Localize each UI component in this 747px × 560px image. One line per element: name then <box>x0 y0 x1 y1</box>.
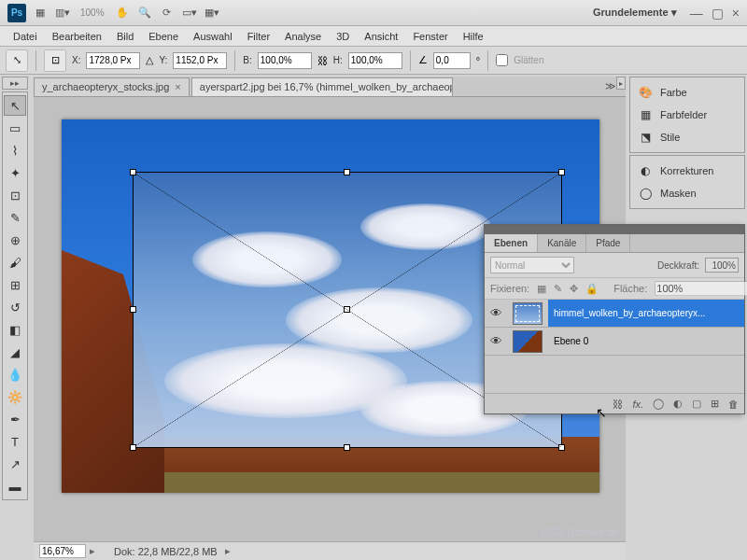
crop-tool[interactable]: ⊡ <box>4 185 26 205</box>
reference-point-icon[interactable]: ⊡ <box>44 49 66 72</box>
farbfelder-panel-button[interactable]: ▦Farbfelder <box>630 104 744 126</box>
transform-handle-sw[interactable] <box>130 444 136 451</box>
workspace-switcher[interactable]: Grundelemente ▾ <box>593 7 677 19</box>
farbe-panel-button[interactable]: 🎨Farbe <box>630 81 744 104</box>
transform-handle-s[interactable] <box>344 444 350 451</box>
transform-handle-ne[interactable] <box>558 169 565 175</box>
hand-icon[interactable]: ✋ <box>114 5 131 21</box>
menu-filter[interactable]: Filter <box>240 31 277 42</box>
group-icon[interactable]: ▢ <box>692 398 701 410</box>
korrekturen-panel-button[interactable]: ◐Korrekturen <box>630 160 744 182</box>
rotate-icon[interactable]: ⟳ <box>159 5 176 21</box>
shape-tool[interactable]: ▬ <box>4 476 26 497</box>
close-button[interactable]: × <box>732 6 740 21</box>
layer-row[interactable]: 👁 himmel_wolken_by_archaeopteryx... <box>485 300 744 328</box>
menu-bearbeiten[interactable]: Bearbeiten <box>45 31 109 42</box>
eraser-tool[interactable]: ◧ <box>4 319 26 340</box>
lock-pixels-icon[interactable]: ▦ <box>537 283 546 295</box>
toolbar-collapse[interactable]: ▸▸ <box>2 77 28 90</box>
transform-center[interactable] <box>344 306 350 313</box>
kanale-tab[interactable]: Kanäle <box>538 234 586 252</box>
bridge-icon[interactable]: ▦ <box>32 5 49 21</box>
eyedropper-tool[interactable]: ✎ <box>4 207 26 228</box>
layer-thumbnail[interactable] <box>513 330 543 353</box>
menu-ansicht[interactable]: Ansicht <box>357 31 405 42</box>
menu-ebene[interactable]: Ebene <box>141 31 186 42</box>
layer-name[interactable]: himmel_wolken_by_archaeopteryx... <box>548 300 744 327</box>
ebenen-tab[interactable]: Ebenen <box>485 234 538 252</box>
fill-input[interactable] <box>655 281 747 296</box>
wand-tool[interactable]: ✦ <box>4 162 26 183</box>
new-layer-icon[interactable]: ⊞ <box>711 398 719 410</box>
grid-icon[interactable]: ▦▾ <box>204 5 220 21</box>
close-icon[interactable]: × <box>175 81 180 92</box>
lock-position-icon[interactable]: ✥ <box>570 283 578 295</box>
document-tab-2[interactable]: ayerspart2.jpg bei 16,7% (himmel_wolken_… <box>191 77 453 96</box>
blur-tool[interactable]: 💧 <box>4 364 26 385</box>
opacity-input[interactable] <box>705 258 739 273</box>
dodge-tool[interactable]: 🔆 <box>4 386 26 407</box>
layer-thumbnail[interactable] <box>513 302 543 325</box>
width-input[interactable] <box>258 52 312 69</box>
type-tool[interactable]: T <box>4 431 26 452</box>
maximize-button[interactable]: ▢ <box>712 6 724 21</box>
glatten-checkbox[interactable] <box>496 54 508 66</box>
blend-mode-select[interactable]: Normal <box>490 257 574 273</box>
zoom-input[interactable] <box>39 544 86 558</box>
lock-all-icon[interactable]: 🔒 <box>585 283 599 295</box>
path-tool[interactable]: ↗ <box>4 454 26 474</box>
height-input[interactable] <box>348 52 402 69</box>
mask-icon[interactable]: ◯ <box>653 398 664 410</box>
pen-tool[interactable]: ✒ <box>4 409 26 429</box>
zoom-dropdown[interactable]: 100% <box>77 5 108 21</box>
y-input[interactable] <box>173 52 227 69</box>
menu-3d[interactable]: 3D <box>329 31 357 42</box>
marquee-tool[interactable]: ▭ <box>4 118 26 138</box>
healing-tool[interactable]: ⊕ <box>4 230 26 250</box>
transform-handle-n[interactable] <box>344 169 350 175</box>
app-logo: Ps <box>7 4 26 22</box>
lock-brush-icon[interactable]: ✎ <box>554 283 562 295</box>
menu-hilfe[interactable]: Hilfe <box>456 31 491 42</box>
menu-fenster[interactable]: Fenster <box>405 31 455 42</box>
angle-input[interactable] <box>433 52 471 69</box>
visibility-toggle[interactable]: 👁 <box>485 306 507 320</box>
screen-mode-icon[interactable]: ▭▾ <box>181 5 198 21</box>
zoom-arrow-icon[interactable]: ▸ <box>90 545 95 557</box>
stile-panel-button[interactable]: ⬔Stile <box>630 126 744 148</box>
link-layers-icon[interactable]: ⛓ <box>613 399 623 410</box>
gradient-tool[interactable]: ◢ <box>4 342 26 362</box>
transform-handle-nw[interactable] <box>130 169 136 175</box>
adjustment-layer-icon[interactable]: ◐ <box>673 398 683 410</box>
menu-auswahl[interactable]: Auswahl <box>186 31 240 42</box>
panel-collapse[interactable]: ▸ <box>616 77 626 90</box>
lasso-tool[interactable]: ⌇ <box>4 140 26 161</box>
title-bar: Ps ▦ ▥▾ 100% ✋ 🔍 ⟳ ▭▾ ▦▾ Grundelemente ▾… <box>0 0 747 26</box>
menu-bild[interactable]: Bild <box>109 31 141 42</box>
panel-drag-bar[interactable] <box>485 225 744 234</box>
link-icon[interactable]: ⛓ <box>317 55 328 66</box>
status-arrow-icon[interactable]: ▸ <box>225 545 231 557</box>
move-tool[interactable]: ↖ <box>4 95 26 116</box>
layer-name[interactable]: Ebene 0 <box>548 328 744 355</box>
history-brush-tool[interactable]: ↺ <box>4 297 26 317</box>
fx-icon[interactable]: fx. <box>632 399 643 410</box>
layout-icon[interactable]: ▥▾ <box>54 5 71 21</box>
transform-handle-se[interactable] <box>558 444 565 451</box>
menu-datei[interactable]: Datei <box>6 31 45 42</box>
zoom-icon[interactable]: 🔍 <box>136 5 153 21</box>
brush-tool[interactable]: 🖌 <box>4 252 26 273</box>
x-input[interactable] <box>86 52 140 69</box>
delta-icon[interactable]: △ <box>146 54 153 66</box>
minimize-button[interactable]: — <box>690 6 703 21</box>
visibility-toggle[interactable]: 👁 <box>485 334 507 348</box>
layer-row[interactable]: 👁 Ebene 0 <box>485 328 744 356</box>
transform-tool-icon[interactable]: ⤡ <box>6 49 28 72</box>
menu-analyse[interactable]: Analyse <box>277 31 329 42</box>
masken-panel-button[interactable]: ◯Masken <box>630 182 744 204</box>
transform-handle-w[interactable] <box>130 306 136 313</box>
delete-layer-icon[interactable]: 🗑 <box>728 399 739 410</box>
pfade-tab[interactable]: Pfade <box>586 234 630 252</box>
stamp-tool[interactable]: ⊞ <box>4 274 26 295</box>
document-tab-1[interactable]: y_archaeopteryx_stocks.jpg× <box>34 77 190 96</box>
